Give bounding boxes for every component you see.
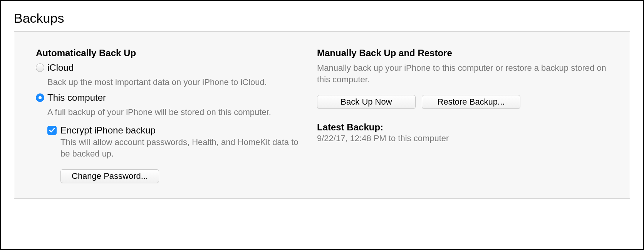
icloud-option-row[interactable]: iCloud xyxy=(36,62,302,73)
change-password-button[interactable]: Change Password... xyxy=(60,169,159,183)
manual-backup-column: Manually Back Up and Restore Manually ba… xyxy=(317,48,608,183)
encrypt-checkbox[interactable] xyxy=(47,126,57,135)
back-up-now-button[interactable]: Back Up Now xyxy=(317,95,416,109)
this-computer-radio[interactable] xyxy=(36,93,44,102)
auto-backup-column: Automatically Back Up iCloud Back up the… xyxy=(36,48,302,183)
icloud-radio[interactable] xyxy=(36,63,44,72)
encrypt-label: Encrypt iPhone backup xyxy=(60,125,156,136)
icloud-label: iCloud xyxy=(47,62,74,73)
restore-backup-button[interactable]: Restore Backup... xyxy=(422,95,520,109)
manual-desc: Manually back up your iPhone to this com… xyxy=(317,62,608,85)
this-computer-label: This computer xyxy=(47,92,106,103)
this-computer-option-row[interactable]: This computer xyxy=(36,92,302,103)
encrypt-desc: This will allow account passwords, Healt… xyxy=(60,137,302,159)
latest-backup-heading: Latest Backup: xyxy=(317,122,608,133)
encrypt-row[interactable]: Encrypt iPhone backup xyxy=(47,125,302,136)
auto-backup-heading: Automatically Back Up xyxy=(36,48,302,58)
icloud-desc: Back up the most important data on your … xyxy=(47,77,302,88)
manual-button-row: Back Up Now Restore Backup... xyxy=(317,95,608,109)
latest-backup-value: 9/22/17, 12:48 PM to this computer xyxy=(317,133,608,143)
section-title: Backups xyxy=(14,11,630,26)
checkmark-icon xyxy=(49,127,55,134)
manual-heading: Manually Back Up and Restore xyxy=(317,48,608,58)
backups-panel: Automatically Back Up iCloud Back up the… xyxy=(14,31,630,199)
this-computer-desc: A full backup of your iPhone will be sto… xyxy=(47,107,302,118)
